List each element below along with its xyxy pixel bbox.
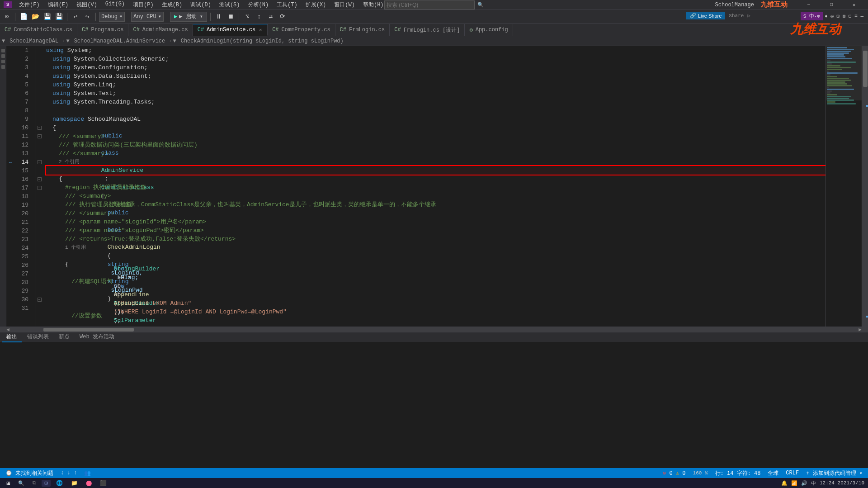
search-input[interactable]: [384, 0, 475, 9]
tab-icon-3: C#: [198, 27, 204, 33]
toolbar-btn-6[interactable]: ⇄: [266, 12, 276, 22]
cpu-config-dropdown[interactable]: Any CPU ▾: [131, 12, 164, 22]
taskbar-network[interactable]: 📶: [791, 480, 797, 486]
nav-project[interactable]: SchoolManageDAL: [7, 38, 61, 44]
tab-adminservice[interactable]: C# AdminService.cs ✕: [193, 24, 268, 36]
status-errors[interactable]: ⊗ 0 ⚠ 0: [661, 470, 687, 477]
taskbar-app-icon[interactable]: ⬤: [83, 480, 94, 487]
status-arrows[interactable]: ↕ ↓ ↑: [59, 470, 79, 476]
tab-frmlogin[interactable]: C# FrmLogin.cs: [335, 24, 390, 36]
fold-btn-namespace[interactable]: −: [38, 126, 42, 130]
toolbar-btn-7[interactable]: ⟳: [278, 12, 288, 22]
nav-dropdown-1[interactable]: ▼: [2, 38, 7, 44]
branding-name: 九维互动: [760, 0, 788, 9]
scroll-thumb[interactable]: [863, 51, 868, 87]
taskbar-browser-icon[interactable]: 🌐: [53, 480, 66, 487]
status-git[interactable]: ⌚ 未找到相关问题: [4, 469, 55, 477]
taskbar-vs-icon-2[interactable]: ⬛: [97, 480, 109, 487]
activity-icon-3[interactable]: [1, 60, 5, 63]
activity-icon-4[interactable]: [1, 65, 5, 69]
nav-dropdown-2[interactable]: ▼: [66, 38, 71, 44]
tab-icon-7: ⚙: [469, 27, 472, 33]
right-scrollbar[interactable]: [862, 46, 868, 327]
menu-debug[interactable]: 调试(D): [187, 0, 215, 9]
close-button[interactable]: ✕: [844, 0, 864, 10]
menu-bar[interactable]: 文件(F) 编辑(E) 视图(V) Git(G) 项目(P) 生成(B) 调试(…: [15, 0, 387, 9]
fold-btn-summary[interactable]: −: [38, 134, 42, 138]
toolbar-btn-1[interactable]: ⊙: [2, 12, 12, 22]
scroll-left-btn[interactable]: ◀: [0, 327, 16, 332]
tab-close-icon[interactable]: ✕: [258, 27, 263, 33]
taskbar-vs-icon[interactable]: ⊡: [42, 480, 50, 487]
start-button[interactable]: ▶ ▶ 启动 ▾: [170, 12, 207, 22]
toolbar-more[interactable]: ▷: [747, 13, 750, 19]
minimize-button[interactable]: —: [798, 0, 819, 10]
status-position[interactable]: 行: 14 字符: 48: [713, 469, 763, 477]
menu-window[interactable]: 窗口(W): [330, 0, 359, 9]
toolbar-btn-stop[interactable]: ⏹: [226, 12, 236, 22]
nav-dropdown-3[interactable]: ▼: [173, 38, 178, 44]
status-selection[interactable]: 全球: [766, 469, 780, 477]
sep-1: [15, 13, 15, 21]
toolbar-btn-5[interactable]: ↕: [254, 12, 264, 22]
fold-btn-method-summary[interactable]: −: [38, 186, 42, 190]
bottom-tab-output[interactable]: 输出: [2, 332, 22, 342]
undo-btn[interactable]: ↩: [71, 12, 80, 22]
maximize-button[interactable]: □: [821, 0, 842, 10]
menu-project[interactable]: 项目(P): [129, 0, 157, 9]
tab-adminmanage[interactable]: C# AdminManage.cs: [128, 24, 193, 36]
scroll-right-btn[interactable]: ▶: [852, 327, 868, 332]
menu-help[interactable]: 帮助(H): [359, 0, 387, 9]
code-line-8: [46, 106, 826, 115]
status-zoom[interactable]: 160 %: [691, 470, 710, 476]
start-menu-btn[interactable]: ⊞: [4, 479, 13, 487]
debug-config-dropdown[interactable]: Debug ▾: [99, 12, 125, 22]
new-file-btn[interactable]: 📄: [19, 12, 28, 22]
toolbar-btn-attach[interactable]: ⏸: [214, 12, 224, 22]
status-liveshare[interactable]: 👥: [82, 470, 93, 477]
tab-commproperty[interactable]: C# CommProperty.cs: [268, 24, 335, 36]
add-to-source-btn[interactable]: + 添加到源代码管理 ▾: [804, 469, 864, 477]
taskbar-ime[interactable]: 中: [811, 480, 816, 487]
activity-icon-2[interactable]: [1, 54, 5, 58]
menu-extensions[interactable]: 扩展(X): [302, 0, 330, 9]
search-taskbar[interactable]: 🔍: [15, 480, 27, 486]
toolbar-btn-git[interactable]: ⌥: [242, 12, 252, 22]
live-share-button[interactable]: 🔗 Live Share: [686, 12, 726, 19]
tab-program[interactable]: C# Program.cs: [77, 24, 128, 36]
bottom-tab-newpoint[interactable]: 新点: [54, 332, 74, 342]
tab-appconfig[interactable]: ⚙ App.config: [465, 24, 513, 36]
taskbar-folder-icon[interactable]: 📁: [68, 480, 80, 487]
taskbar-volume[interactable]: 🔊: [801, 480, 807, 486]
menu-file[interactable]: 文件(F): [15, 0, 43, 9]
activity-icon-1[interactable]: [1, 49, 5, 52]
menu-build[interactable]: 生成(B): [158, 0, 186, 9]
save-btn[interactable]: 💾: [42, 12, 52, 22]
menu-tools[interactable]: 工具(T): [273, 0, 301, 9]
bottom-tab-webpublish[interactable]: Web 发布活动: [75, 332, 119, 342]
bottom-tab-errors[interactable]: 错误列表: [23, 332, 53, 342]
menu-view[interactable]: 视图(V): [73, 0, 101, 9]
nav-class[interactable]: SchoolManageDAL.AdminService: [71, 38, 168, 44]
gutter-icons: ✏: [6, 46, 14, 327]
menu-git[interactable]: Git(G): [102, 0, 128, 9]
fold-btn-sqlparams[interactable]: −: [38, 298, 42, 302]
h-scroll-thumb[interactable]: [43, 328, 134, 332]
status-encoding[interactable]: CRLF: [784, 470, 801, 476]
fold-btn-class[interactable]: −: [38, 160, 42, 164]
taskbar-notifications[interactable]: 🔔: [781, 480, 788, 486]
nav-method[interactable]: CheckAdminLogin(string sLoginId, string …: [178, 38, 346, 44]
taskbar-datetime[interactable]: 12:24 2021/3/10: [820, 480, 864, 486]
open-btn[interactable]: 📂: [30, 12, 40, 22]
tab-frmlogin-design[interactable]: C# FrmLogin.cs [设计]: [390, 24, 465, 36]
redo-btn[interactable]: ↪: [82, 12, 92, 22]
save-all-btn[interactable]: 💾: [54, 12, 64, 22]
tab-commstaticclass[interactable]: C# CommStaticClass.cs: [0, 24, 77, 36]
menu-test[interactable]: 测试(S): [216, 0, 244, 9]
fold-btn-region[interactable]: −: [38, 177, 42, 181]
menu-edit[interactable]: 编辑(E): [44, 0, 72, 9]
taskview-btn[interactable]: ⧉: [30, 480, 39, 486]
menu-analyze[interactable]: 分析(N): [245, 0, 273, 9]
h-scrollbar[interactable]: ◀ ▶: [0, 327, 868, 332]
code-area[interactable]: using System; using System.Collections.G…: [42, 46, 826, 327]
